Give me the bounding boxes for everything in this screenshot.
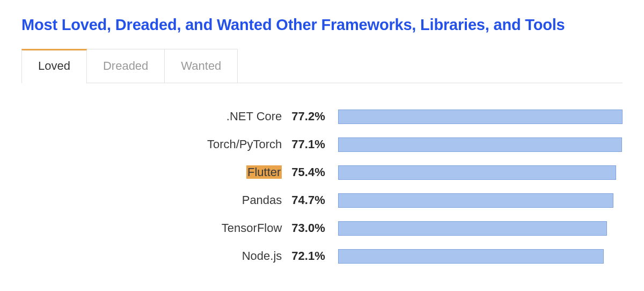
bar-track	[338, 221, 623, 236]
chart-row-label: Node.js	[21, 249, 291, 263]
bar-track	[338, 165, 623, 180]
chart-row-value: 74.7%	[291, 193, 338, 207]
highlighted-label: Flutter	[246, 165, 282, 179]
chart-row-value: 72.1%	[291, 249, 338, 263]
bar	[338, 110, 623, 124]
chart-row-label: TensorFlow	[21, 221, 291, 235]
chart-row-value: 75.4%	[291, 165, 338, 179]
tab-loved[interactable]: Loved	[21, 49, 87, 83]
tab-dreaded[interactable]: Dreaded	[86, 49, 165, 83]
chart-row: Pandas74.7%	[21, 193, 623, 208]
bar-track	[338, 137, 623, 152]
chart-row-label: Flutter	[21, 165, 291, 179]
bar	[338, 221, 607, 236]
chart-row-label: Torch/PyTorch	[21, 137, 291, 151]
bar	[338, 249, 604, 264]
chart-row: TensorFlow73.0%	[21, 221, 623, 236]
tab-bar: Loved Dreaded Wanted	[21, 49, 623, 83]
bar-track	[338, 193, 623, 208]
chart-row: .NET Core77.2%	[21, 109, 623, 124]
chart-row-value: 77.1%	[291, 137, 338, 151]
chart-row-value: 77.2%	[291, 110, 338, 123]
bar	[338, 165, 616, 180]
bar-track	[338, 110, 623, 124]
page-title: Most Loved, Dreaded, and Wanted Other Fr…	[21, 16, 623, 34]
bar-track	[338, 249, 623, 264]
chart-row-label: Pandas	[21, 193, 291, 207]
tab-wanted[interactable]: Wanted	[164, 49, 238, 83]
chart-row-value: 73.0%	[291, 221, 338, 235]
bar	[338, 193, 613, 208]
chart-row: Flutter75.4%	[21, 165, 623, 180]
chart-row: Torch/PyTorch77.1%	[21, 137, 623, 152]
chart: .NET Core77.2%Torch/PyTorch77.1%Flutter7…	[21, 109, 623, 264]
chart-row: Node.js72.1%	[21, 249, 623, 264]
chart-row-label: .NET Core	[21, 110, 291, 123]
bar	[338, 137, 622, 152]
